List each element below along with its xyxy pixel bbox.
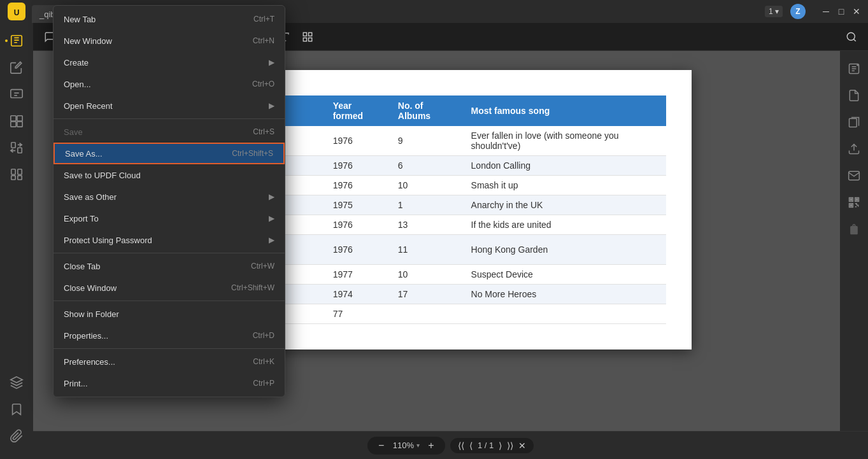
svg-rect-5 [17,116,22,121]
table-cell: If the kids are united [464,215,666,235]
menu-separator [53,118,285,119]
left-sidebar [0,23,33,459]
right-sidebar-doc[interactable] [841,83,867,108]
menu-item-save-as-other[interactable]: Save as Other▶ [53,186,285,208]
menu-arrow-icon: ▶ [269,214,274,223]
sidebar-icon-comment[interactable] [4,81,29,107]
svg-rect-12 [11,176,15,180]
nav-control: ⟨⟨ ⟨ 1 / 1 ⟩ ⟩⟩ ✕ [450,438,534,453]
right-sidebar-qr[interactable] [841,190,867,215]
menu-item-open-recent[interactable]: Open Recent▶ [53,95,285,117]
right-sidebar-pages[interactable] [841,109,867,135]
col-year: Year formed [325,95,390,126]
page-indicator: 1 / 1 [478,441,494,450]
nav-close-button[interactable]: ✕ [518,441,526,451]
svg-rect-36 [850,199,852,201]
svg-rect-26 [303,38,306,41]
menu-item-close-tab[interactable]: Close TabCtrl+W [53,255,285,277]
zoom-dropdown-icon[interactable]: ▾ [416,442,420,449]
table-cell: 1976 [325,156,390,176]
version-selector[interactable]: 1 ▾ [765,6,783,17]
col-albums: No. of Albums [390,95,464,126]
minimize-button[interactable]: ─ [821,6,831,17]
sidebar-icon-bookmark[interactable] [4,397,29,422]
svg-rect-11 [18,169,22,174]
zoom-in-button[interactable]: + [425,439,438,452]
svg-rect-8 [11,143,15,148]
menu-item-save-to-updf-cloud[interactable]: Save to UPDF Cloud [53,164,285,186]
table-cell: 17 [390,285,464,304]
menu-shortcut: Ctrl+K [253,357,274,366]
sidebar-icon-edit[interactable] [4,55,29,80]
menu-item-protect-using-password[interactable]: Protect Using Password▶ [53,229,285,251]
sidebar-bottom [4,370,29,454]
sidebar-icon-protect[interactable] [4,162,29,187]
toolbar-search-btn[interactable] [841,27,862,47]
sidebar-icon-attachment[interactable] [4,423,29,449]
menu-item-show-in-folder[interactable]: Show in Folder [53,303,285,325]
menu-item-label: Save to UPDF Cloud [64,171,141,180]
sidebar-icon-organize[interactable] [4,108,29,134]
menu-separator [53,348,285,349]
menu-item-new-window[interactable]: New WindowCtrl+N [53,30,285,52]
table-cell [464,304,666,324]
menu-item-label: Close Window [64,283,117,293]
sidebar-icon-layers[interactable] [4,370,29,395]
menu-item-open---[interactable]: Open...Ctrl+O [53,73,285,95]
svg-rect-24 [303,32,306,36]
menu-arrow-icon: ▶ [269,192,274,201]
maximize-button[interactable]: □ [836,6,846,17]
table-cell: London Calling [464,156,666,176]
menu-item-label: Protect Using Password [64,236,152,245]
menu-item-label: New Window [64,36,112,46]
table-cell: 1976 [325,235,390,265]
zoom-value-display: 110% ▾ [393,441,420,450]
menu-item-print---[interactable]: Print...Ctrl+P [53,372,285,394]
menu-item-preferences---[interactable]: Preferences...Ctrl+K [53,351,285,372]
table-cell: 1976 [325,176,390,195]
sidebar-icon-file[interactable] [4,28,29,53]
table-cell: 1976 [325,126,390,156]
menu-item-close-window[interactable]: Close WindowCtrl+Shift+W [53,277,285,299]
menu-item-label: Open... [64,80,91,89]
svg-rect-38 [850,204,852,206]
svg-rect-31 [850,118,857,127]
sidebar-icon-convert[interactable] [4,135,29,160]
menu-shortcut: Ctrl+D [253,331,274,340]
right-sidebar-ai[interactable] [841,216,867,242]
menu-shortcut: Ctrl+W [251,262,274,271]
svg-rect-6 [11,122,16,127]
table-cell: 77 [325,304,390,324]
menu-item-label: Properties... [64,331,108,341]
menu-item-new-tab[interactable]: New TabCtrl+T [53,8,285,30]
zoom-out-button[interactable]: − [375,439,388,452]
nav-prev-button[interactable]: ⟨ [469,441,473,451]
nav-next-button[interactable]: ⟩ [499,441,502,451]
app-logo: U [6,1,27,22]
context-menu: New TabCtrl+TNew WindowCtrl+NCreate▶Open… [53,5,285,397]
menu-item-label: Create [64,58,89,67]
table-cell: 1974 [325,285,390,304]
nav-first-button[interactable]: ⟨⟨ [458,441,464,451]
right-sidebar [840,51,868,431]
menu-item-label: Save as Other [64,192,117,202]
menu-item-export-to[interactable]: Export To▶ [53,208,285,229]
menu-item-properties---[interactable]: Properties...Ctrl+D [53,325,285,346]
close-button[interactable]: ✕ [851,6,862,17]
table-cell: 10 [390,265,464,285]
table-cell: 10 [390,176,464,195]
right-sidebar-export[interactable] [841,136,867,162]
user-avatar[interactable]: Z [790,4,806,19]
svg-rect-37 [856,199,858,201]
menu-item-save-as---[interactable]: Save As...Ctrl+Shift+S [53,143,285,164]
menu-item-label: Save [64,127,83,137]
right-sidebar-email[interactable] [841,163,867,188]
toolbar-more-btn[interactable] [297,27,318,47]
title-bar-right: 1 ▾ Z ─ □ ✕ [765,4,862,19]
nav-last-button[interactable]: ⟩⟩ [507,441,513,451]
zoom-control: − 110% ▾ + [367,437,445,455]
menu-item-label: Preferences... [64,357,115,367]
menu-item-label: Close Tab [64,262,101,271]
right-sidebar-ocr[interactable] [841,56,867,81]
menu-item-create[interactable]: Create▶ [53,52,285,73]
